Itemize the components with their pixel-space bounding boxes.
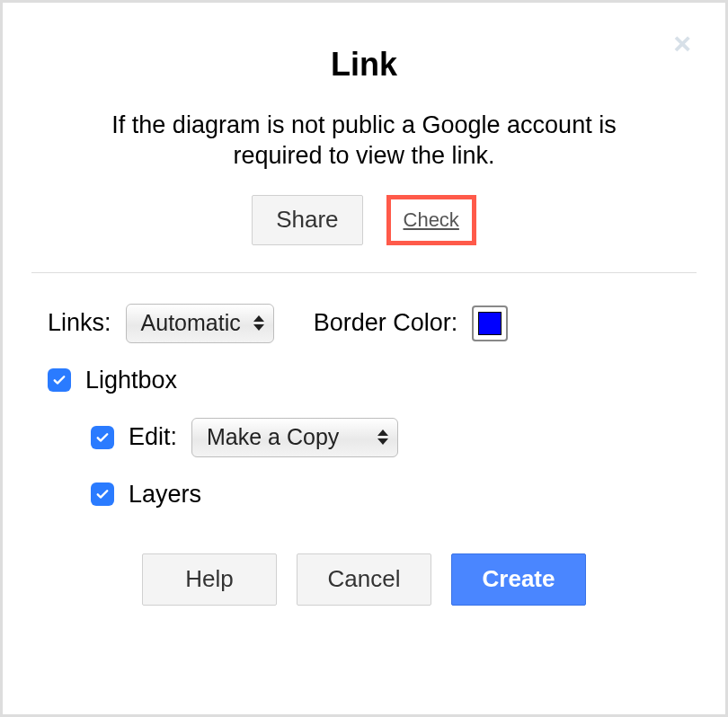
cancel-button[interactable]: Cancel bbox=[297, 553, 431, 606]
select-spinner-icon bbox=[253, 315, 264, 331]
border-color-swatch bbox=[478, 312, 502, 335]
border-color-picker[interactable] bbox=[472, 305, 508, 341]
border-color-label: Border Color: bbox=[314, 309, 458, 337]
edit-checkbox[interactable] bbox=[91, 426, 114, 449]
links-select[interactable]: Automatic bbox=[126, 304, 274, 343]
layers-row: Layers bbox=[91, 481, 700, 509]
layers-label: Layers bbox=[129, 481, 201, 509]
lightbox-checkbox[interactable] bbox=[48, 368, 71, 392]
share-row: Share Check bbox=[28, 195, 700, 245]
links-select-value: Automatic bbox=[141, 310, 241, 336]
select-spinner-icon bbox=[377, 429, 388, 445]
close-icon[interactable]: × bbox=[673, 28, 691, 58]
check-icon bbox=[51, 372, 67, 388]
share-button-label: Share bbox=[276, 206, 338, 234]
edit-select-value: Make a Copy bbox=[207, 424, 339, 450]
divider bbox=[31, 272, 697, 273]
help-button[interactable]: Help bbox=[142, 553, 277, 606]
check-link[interactable]: Check bbox=[404, 208, 459, 232]
lightbox-row: Lightbox bbox=[48, 367, 700, 394]
create-button[interactable]: Create bbox=[451, 553, 586, 606]
help-button-label: Help bbox=[185, 565, 233, 593]
cancel-button-label: Cancel bbox=[328, 565, 401, 593]
dialog-title: Link bbox=[28, 46, 700, 84]
edit-row: Edit: Make a Copy bbox=[91, 418, 700, 457]
links-row: Links: Automatic Border Color: bbox=[48, 304, 700, 343]
lightbox-label: Lightbox bbox=[85, 367, 177, 394]
edit-label: Edit: bbox=[129, 423, 177, 451]
links-label: Links: bbox=[48, 309, 111, 337]
link-dialog: × Link If the diagram is not public a Go… bbox=[0, 0, 728, 717]
create-button-label: Create bbox=[483, 565, 555, 593]
check-icon bbox=[94, 429, 111, 446]
dialog-description: If the diagram is not public a Google ac… bbox=[76, 111, 652, 172]
check-highlight: Check bbox=[386, 195, 476, 245]
check-icon bbox=[94, 486, 111, 502]
dialog-footer: Help Cancel Create bbox=[28, 553, 700, 606]
share-button[interactable]: Share bbox=[252, 195, 362, 245]
edit-select[interactable]: Make a Copy bbox=[191, 418, 398, 457]
layers-checkbox[interactable] bbox=[91, 482, 114, 506]
